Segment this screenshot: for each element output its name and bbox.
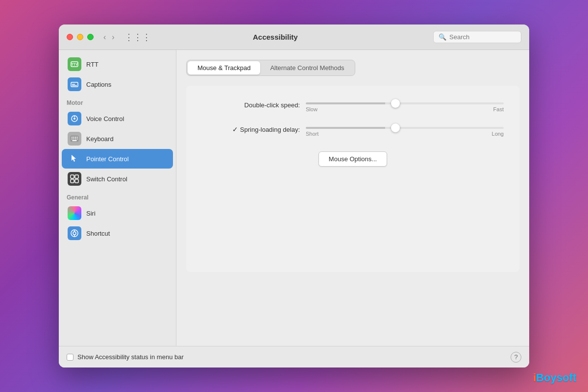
mouse-options-button[interactable]: Mouse Options... bbox=[318, 151, 387, 167]
pointer-control-icon bbox=[68, 152, 81, 166]
svg-rect-13 bbox=[72, 139, 73, 140]
svg-text:TTY: TTY bbox=[71, 63, 78, 66]
spring-loading-slider[interactable] bbox=[306, 127, 504, 129]
sidebar-item-rtt[interactable]: TTY RTT bbox=[62, 54, 173, 74]
sidebar-item-label-keyboard: Keyboard bbox=[86, 135, 114, 143]
sidebar-item-label-switch-control: Switch Control bbox=[86, 175, 127, 183]
window-title: Accessibility bbox=[118, 33, 433, 41]
accessibility-status-checkbox[interactable] bbox=[67, 354, 74, 361]
svg-rect-16 bbox=[77, 139, 78, 140]
tabs-container: Mouse & Trackpad Alternate Control Metho… bbox=[186, 60, 355, 76]
rtt-icon: TTY bbox=[68, 57, 81, 71]
spring-loading-short-label: Short bbox=[306, 131, 318, 137]
sidebar-item-captions[interactable]: Captions bbox=[62, 74, 173, 94]
svg-rect-17 bbox=[73, 140, 77, 141]
search-icon: 🔍 bbox=[439, 33, 446, 41]
sidebar-item-label-siri: Siri bbox=[86, 210, 96, 217]
sidebar-item-label-rtt: RTT bbox=[86, 61, 98, 68]
tab-mouse-trackpad[interactable]: Mouse & Trackpad bbox=[188, 61, 260, 74]
shortcut-icon bbox=[68, 226, 81, 240]
sidebar-item-label-voice-control: Voice Control bbox=[86, 115, 124, 122]
spring-loading-setting: ✓ Spring-loading delay: Short Long bbox=[202, 122, 504, 137]
svg-rect-19 bbox=[75, 175, 78, 178]
footer: Show Accessibility status in menu bar ? bbox=[59, 346, 529, 368]
settings-content: Double-click speed: Slow Fast ✓ bbox=[186, 86, 519, 272]
spring-loading-label: Spring-loading delay: bbox=[240, 126, 300, 133]
sidebar-item-keyboard[interactable]: Keyboard bbox=[62, 129, 173, 148]
sidebar-item-siri[interactable]: Siri bbox=[62, 203, 173, 223]
svg-rect-15 bbox=[75, 139, 76, 140]
double-click-fast-label: Fast bbox=[493, 106, 504, 112]
close-button[interactable] bbox=[67, 34, 73, 40]
svg-rect-12 bbox=[77, 137, 78, 138]
spring-loading-slider-container: Short Long bbox=[306, 122, 504, 137]
sidebar-item-pointer-control[interactable]: Pointer Control bbox=[62, 149, 173, 169]
voice-control-icon bbox=[68, 112, 81, 125]
traffic-lights bbox=[67, 34, 94, 40]
maximize-button[interactable] bbox=[87, 34, 94, 40]
captions-icon bbox=[68, 77, 81, 91]
content-area: TTY RTT Captions Motor bbox=[59, 50, 529, 346]
double-click-slider-container: Slow Fast bbox=[306, 98, 504, 112]
sidebar-item-voice-control[interactable]: Voice Control bbox=[62, 109, 173, 128]
nav-arrows: ‹ › bbox=[101, 32, 117, 43]
double-click-label: Double-click speed: bbox=[202, 101, 300, 109]
forward-button[interactable]: › bbox=[110, 32, 116, 43]
watermark-suffix: Boysoft bbox=[536, 371, 576, 384]
double-click-slow-label: Slow bbox=[306, 106, 318, 112]
sidebar-section-motor: Motor bbox=[59, 95, 176, 108]
titlebar: ‹ › ⋮⋮⋮ Accessibility 🔍 bbox=[59, 24, 529, 50]
spring-loading-row: ✓ Spring-loading delay: bbox=[202, 125, 300, 133]
search-input[interactable] bbox=[449, 33, 513, 41]
sidebar-section-general: General bbox=[59, 189, 176, 203]
double-click-slider[interactable] bbox=[306, 102, 504, 104]
watermark: iBoysoft bbox=[533, 371, 576, 384]
svg-rect-9 bbox=[72, 137, 73, 138]
svg-point-23 bbox=[73, 232, 76, 235]
double-click-setting: Double-click speed: Slow Fast bbox=[202, 98, 504, 112]
svg-rect-18 bbox=[71, 175, 74, 178]
help-button[interactable]: ? bbox=[511, 352, 521, 363]
svg-point-6 bbox=[74, 118, 75, 120]
back-button[interactable]: ‹ bbox=[101, 32, 108, 43]
svg-rect-11 bbox=[75, 137, 76, 138]
sidebar-item-shortcut[interactable]: Shortcut bbox=[62, 223, 173, 243]
switch-control-icon bbox=[68, 172, 81, 186]
sidebar-item-switch-control[interactable]: Switch Control bbox=[62, 169, 173, 189]
tab-alternate-control[interactable]: Alternate Control Methods bbox=[260, 61, 354, 74]
sidebar-item-label-shortcut: Shortcut bbox=[86, 230, 110, 237]
spring-loading-label-container: ✓ Spring-loading delay: bbox=[202, 125, 300, 133]
minimize-button[interactable] bbox=[77, 34, 83, 40]
svg-rect-14 bbox=[74, 139, 74, 140]
accessibility-status-label: Show Accessibility status in menu bar bbox=[77, 353, 184, 361]
sidebar-item-label-pointer-control: Pointer Control bbox=[86, 155, 129, 163]
svg-rect-20 bbox=[71, 179, 74, 183]
svg-rect-21 bbox=[75, 179, 78, 183]
siri-icon bbox=[68, 206, 81, 220]
sidebar-item-label-captions: Captions bbox=[86, 81, 111, 88]
search-box: 🔍 bbox=[433, 31, 521, 43]
svg-rect-10 bbox=[74, 137, 74, 138]
main-panel: Mouse & Trackpad Alternate Control Metho… bbox=[176, 50, 529, 346]
watermark-prefix: i bbox=[533, 371, 536, 384]
main-window: ‹ › ⋮⋮⋮ Accessibility 🔍 TTY RTT bbox=[59, 24, 529, 368]
keyboard-icon bbox=[68, 132, 81, 146]
sidebar: TTY RTT Captions Motor bbox=[59, 50, 176, 346]
spring-loading-long-label: Long bbox=[492, 131, 504, 137]
spring-check-icon: ✓ bbox=[232, 125, 238, 133]
